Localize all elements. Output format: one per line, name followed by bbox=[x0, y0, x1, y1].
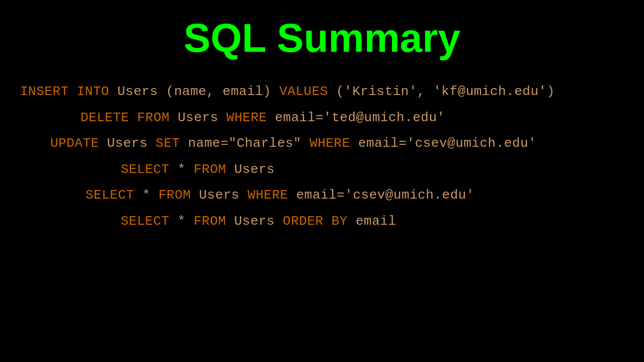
sql-keyword: FROM bbox=[158, 188, 199, 203]
sql-text: email='csev@umich.edu' bbox=[358, 136, 536, 151]
sql-keyword: FROM bbox=[194, 162, 234, 177]
sql-keyword: ORDER bbox=[283, 214, 332, 229]
sql-text: email='csev@umich.edu' bbox=[296, 188, 474, 203]
page-title: SQL Summary bbox=[184, 15, 460, 61]
sql-text: email='ted@umich.edu' bbox=[275, 110, 445, 125]
sql-keyword: INTO bbox=[77, 84, 118, 99]
sql-text: Users bbox=[178, 110, 226, 125]
sql-keyword: SELECT bbox=[121, 162, 178, 177]
sql-keyword: FROM bbox=[137, 110, 178, 125]
sql-keyword: SELECT bbox=[121, 214, 178, 229]
sql-keyword: FROM bbox=[194, 214, 234, 229]
sql-keyword: VALUES bbox=[279, 84, 336, 99]
sql-keyword: WHERE bbox=[309, 136, 358, 151]
sql-line-line3: UPDATE Users SET name="Charles" WHERE em… bbox=[20, 133, 624, 154]
sql-keyword: INSERT bbox=[20, 84, 77, 99]
sql-text: * bbox=[142, 188, 158, 203]
sql-block: INSERT INTO Users (name, email) VALUES (… bbox=[0, 81, 644, 232]
sql-keyword: WHERE bbox=[226, 110, 275, 125]
sql-text: name="Charles" bbox=[188, 136, 310, 151]
sql-keyword: SELECT bbox=[86, 188, 142, 203]
sql-line-line2: DELETE FROM Users WHERE email='ted@umich… bbox=[20, 108, 624, 129]
sql-line-line1: INSERT INTO Users (name, email) VALUES (… bbox=[20, 81, 624, 103]
sql-text: ('Kristin', 'kf@umich.edu') bbox=[336, 84, 555, 99]
sql-keyword: UPDATE bbox=[50, 136, 107, 151]
sql-keyword: SET bbox=[155, 136, 188, 151]
page: SQL Summary INSERT INTO Users (name, ema… bbox=[0, 0, 644, 362]
sql-text: * bbox=[178, 162, 194, 177]
sql-text: email bbox=[356, 214, 396, 229]
sql-text: * bbox=[178, 214, 194, 229]
sql-keyword: DELETE bbox=[80, 110, 137, 125]
sql-keyword: WHERE bbox=[248, 188, 296, 203]
sql-line-line4: SELECT * FROM Users bbox=[20, 159, 624, 180]
sql-keyword: BY bbox=[332, 214, 356, 229]
sql-text: Users (name, email) bbox=[117, 84, 279, 99]
sql-text: Users bbox=[199, 188, 248, 203]
sql-line-line5: SELECT * FROM Users WHERE email='csev@um… bbox=[20, 185, 624, 206]
sql-text: Users bbox=[234, 214, 283, 229]
sql-text: Users bbox=[234, 162, 275, 177]
sql-line-line6: SELECT * FROM Users ORDER BY email bbox=[20, 211, 624, 232]
sql-text: Users bbox=[107, 136, 156, 151]
